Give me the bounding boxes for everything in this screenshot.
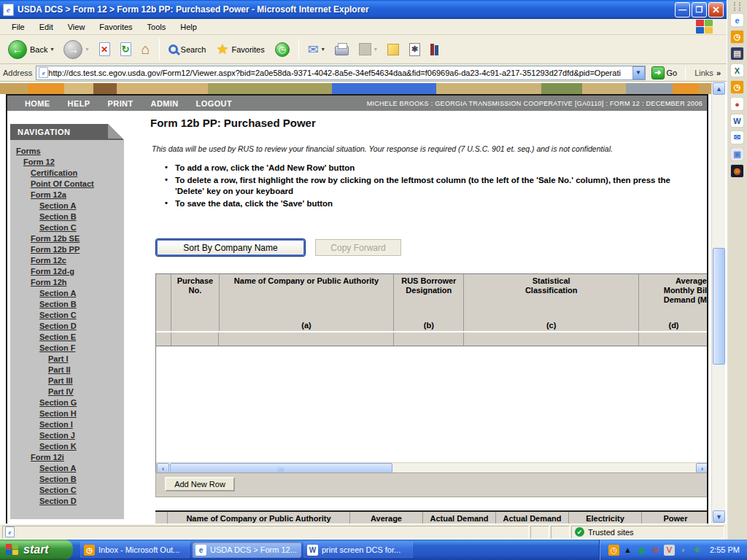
sidebar-link[interactable]: Section A xyxy=(39,464,76,472)
sidebar-link[interactable]: Section I xyxy=(39,420,73,429)
sidebar-link[interactable]: Form 12b PP xyxy=(31,245,80,254)
address-input[interactable] xyxy=(48,67,632,79)
page-vertical-scrollbar[interactable]: ▲ ▼ xyxy=(711,82,725,524)
sidebar-link[interactable]: Part II xyxy=(48,365,71,374)
mail-button[interactable]: ✉▾ xyxy=(304,39,328,60)
sidebar-link[interactable]: Section E xyxy=(39,332,76,341)
home-button[interactable]: ⌂ xyxy=(138,39,154,60)
forward-button[interactable]: → ▾ xyxy=(60,38,92,61)
print-button[interactable] xyxy=(331,41,352,58)
sidebar-link[interactable]: Form 12c xyxy=(31,256,66,265)
toolbar-separator xyxy=(298,39,299,61)
sidebar-link[interactable]: Section C xyxy=(39,223,77,232)
sidebar-link[interactable]: Form 12i xyxy=(31,453,64,462)
sidebar-item: Part III xyxy=(10,377,124,385)
toolbar-separator xyxy=(159,39,160,61)
taskbar-task-button[interactable]: W print screen DCS for... xyxy=(303,542,413,558)
minimize-button[interactable]: — xyxy=(675,2,690,18)
go-button[interactable]: ➜ Go xyxy=(649,66,680,80)
sidebar-link[interactable]: Part IV xyxy=(48,387,74,396)
ie-page-icon: e xyxy=(3,4,14,16)
menu-item[interactable]: Tools xyxy=(142,21,172,33)
sidebar-link[interactable]: Form 12 xyxy=(23,158,55,166)
history-icon: ◷ xyxy=(275,42,290,57)
task-app-icon: ◷ xyxy=(84,545,95,556)
menu-item[interactable]: Help xyxy=(174,21,203,33)
sidebar-item: Section H xyxy=(10,410,124,418)
search-button[interactable]: Search xyxy=(165,42,210,56)
research-button[interactable] xyxy=(427,42,442,58)
sidebar-link[interactable]: Section F xyxy=(39,343,76,352)
sidebar-link[interactable]: Section B xyxy=(39,212,77,221)
back-dropdown-icon[interactable]: ▾ xyxy=(50,46,53,52)
grip-handle[interactable] xyxy=(734,2,740,11)
links-button[interactable]: Links » xyxy=(692,69,724,77)
title-bar: e USDA DCS > Form 12 > Form 12b PP: Purc… xyxy=(0,0,727,19)
sidebar-header: NAVIGATION xyxy=(10,124,124,140)
scroll-down-icon[interactable]: ▼ xyxy=(713,510,725,523)
back-button[interactable]: ← Back ▾ xyxy=(4,38,57,61)
site-nav-link[interactable]: HELP xyxy=(50,99,90,108)
close-button[interactable]: ✕ xyxy=(708,2,724,18)
sort-by-company-button[interactable]: Sort By Company Name xyxy=(156,239,305,256)
sidebar-link[interactable]: Section D xyxy=(39,322,77,330)
page-frame: HOMEHELPPRINTADMINLOGOUT MICHELE BROOKS … xyxy=(6,94,708,524)
sidebar-link[interactable]: Section A xyxy=(39,289,76,298)
taskbar: start ◷ Inbox - Microsoft Out... e USDA … xyxy=(0,540,747,560)
menu-item[interactable]: Favorites xyxy=(93,21,138,33)
sidebar-link[interactable]: Part III xyxy=(48,376,73,385)
site-nav-link[interactable]: PRINT xyxy=(90,99,133,108)
menu-item[interactable]: File xyxy=(6,21,31,33)
grid-header-cell: Name of Company or Public Authority (a) xyxy=(220,274,395,331)
sidebar-link[interactable]: Part I xyxy=(48,354,69,363)
add-new-row-button[interactable]: Add New Row xyxy=(165,477,235,491)
second-grid-header: Name of Company or Public AuthorityAvera… xyxy=(155,510,708,524)
sidebar-link[interactable]: Section J xyxy=(39,431,75,440)
refresh-button[interactable]: ↻ xyxy=(117,40,135,58)
menu-item[interactable]: View xyxy=(62,21,91,33)
restore-button[interactable]: ❐ xyxy=(692,2,707,18)
sidebar-link[interactable]: Section B xyxy=(39,300,77,308)
messenger-button[interactable] xyxy=(384,42,403,58)
sidebar-link[interactable]: Form 12h xyxy=(31,278,67,287)
grid-row-selector[interactable] xyxy=(156,332,171,346)
menu-item[interactable]: Edit xyxy=(34,21,59,33)
address-dropdown-icon[interactable]: ▼ xyxy=(632,66,645,79)
sidebar-link[interactable]: Section G xyxy=(39,398,77,407)
print-icon xyxy=(335,46,349,55)
page-icon: e xyxy=(39,67,48,78)
start-button[interactable]: start xyxy=(0,540,73,560)
stop-button[interactable]: ✕ xyxy=(96,40,114,58)
page-viewport: HOMEHELPPRINTADMINLOGOUT MICHELE BROOKS … xyxy=(0,82,727,524)
copy-forward-button[interactable]: Copy Forward xyxy=(315,239,401,256)
sidebar-link[interactable]: Forms xyxy=(16,147,41,155)
sidebar-link[interactable]: Section D xyxy=(39,497,77,505)
vertical-scroll-thumb[interactable] xyxy=(713,248,725,365)
sidebar-link[interactable]: Section A xyxy=(39,201,76,210)
sidebar-link[interactable]: Form 12a xyxy=(31,190,66,199)
sidebar-link[interactable]: Section C xyxy=(39,486,77,494)
scroll-up-icon[interactable]: ▲ xyxy=(713,82,725,95)
msn-button[interactable]: ✱ xyxy=(406,41,424,58)
sidebar-link[interactable]: Section B xyxy=(39,475,77,483)
history-button[interactable]: ◷ xyxy=(271,40,293,59)
taskbar-task-button[interactable]: ◷ Inbox - Microsoft Out... xyxy=(80,542,190,558)
sidebar-link[interactable]: Form 12b SE xyxy=(31,234,80,243)
sidebar-link[interactable]: Section C xyxy=(39,311,77,319)
msn-icon: ✱ xyxy=(409,43,420,56)
taskbar-clock: 2:55 PM xyxy=(710,545,740,554)
site-nav-link[interactable]: HOME xyxy=(7,99,50,108)
sidebar-link[interactable]: Point Of Contact xyxy=(31,179,94,188)
sidebar-link[interactable]: Certification xyxy=(31,168,77,177)
status-main-panel: e xyxy=(2,526,529,539)
favorites-button[interactable]: ★ Favorites xyxy=(212,39,268,60)
sidebar-item: Form 12b PP xyxy=(10,246,124,254)
grid-header-cell: Average xyxy=(350,512,423,524)
sidebar-link[interactable]: Section H xyxy=(39,409,77,418)
grid-header-cell: Average Monthly Bil Demand (M (d) xyxy=(639,274,708,331)
sidebar-link[interactable]: Form 12d-g xyxy=(31,267,74,276)
sidebar-link[interactable]: Section K xyxy=(39,442,77,451)
taskbar-task-button[interactable]: e USDA DCS > Form 12... xyxy=(192,542,301,558)
edit-button[interactable]: ▾ xyxy=(355,41,381,58)
mail-icon: ✉ xyxy=(308,42,319,58)
